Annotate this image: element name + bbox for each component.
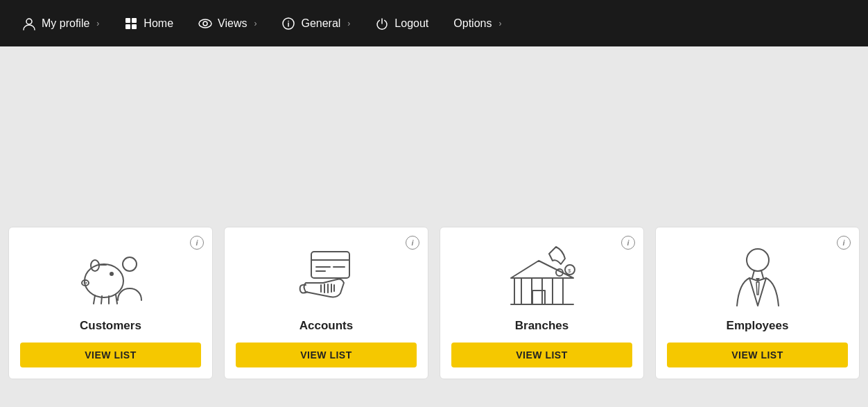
customers-info-icon[interactable]: i — [190, 236, 204, 250]
nav-label-home: Home — [144, 17, 173, 30]
grid-icon — [124, 17, 138, 31]
svg-line-16 — [94, 295, 95, 304]
accounts-card: i — [224, 227, 428, 379]
svg-rect-2 — [132, 18, 137, 23]
svg-marker-47 — [756, 282, 759, 295]
svg-point-10 — [85, 264, 123, 297]
main-content: i — [0, 46, 868, 407]
employees-icon-area — [716, 241, 799, 311]
accounts-view-list-button[interactable]: VIEW LIST — [236, 343, 417, 367]
svg-point-14 — [83, 282, 85, 284]
options-chevron: › — [498, 19, 501, 28]
nav-item-options[interactable]: Options › — [442, 10, 512, 37]
branches-title: Branches — [515, 319, 568, 333]
views-chevron: › — [254, 19, 257, 28]
svg-point-11 — [110, 272, 114, 276]
nav-item-general[interactable]: General › — [270, 10, 361, 37]
branches-icon-area: $ — [501, 241, 584, 311]
accounts-icon-area — [285, 241, 368, 311]
svg-point-9 — [288, 20, 290, 21]
nav-label-options: Options — [453, 17, 492, 30]
svg-rect-38 — [532, 291, 545, 304]
svg-point-21 — [123, 257, 137, 271]
nav-label-logout: Logout — [394, 17, 428, 30]
customers-title: Customers — [80, 319, 141, 333]
navbar: My profile › Home Views › — [0, 0, 868, 46]
svg-marker-37 — [511, 261, 573, 278]
my-profile-chevron: › — [96, 19, 99, 28]
customers-icon-area — [69, 241, 153, 311]
svg-line-45 — [761, 270, 763, 278]
employees-title: Employees — [727, 319, 789, 333]
branches-view-list-button[interactable]: VIEW LIST — [451, 343, 632, 367]
svg-rect-3 — [125, 24, 130, 29]
power-icon — [375, 17, 389, 31]
svg-line-44 — [752, 270, 754, 278]
nav-item-my-profile[interactable]: My profile › — [11, 10, 110, 37]
branches-info-icon[interactable]: i — [621, 236, 635, 250]
accounts-title: Accounts — [300, 319, 353, 333]
nav-item-logout[interactable]: Logout — [364, 10, 440, 37]
customers-card: i — [8, 227, 213, 379]
svg-point-0 — [26, 19, 32, 24]
nav-item-views[interactable]: Views › — [187, 10, 268, 37]
svg-point-43 — [747, 249, 769, 271]
svg-rect-1 — [125, 18, 130, 23]
employees-view-list-button[interactable]: VIEW LIST — [667, 343, 848, 367]
eye-icon — [198, 17, 212, 31]
svg-rect-4 — [132, 24, 137, 29]
svg-line-19 — [116, 295, 117, 304]
customers-view-list-button[interactable]: VIEW LIST — [20, 343, 201, 367]
svg-point-15 — [85, 282, 87, 284]
person-icon — [22, 17, 36, 31]
nav-label-views: Views — [218, 17, 247, 30]
nav-label-general: General — [301, 17, 340, 30]
info-circle-icon — [281, 17, 295, 31]
branches-card: i $ — [440, 227, 644, 379]
svg-line-17 — [101, 296, 102, 304]
nav-item-home[interactable]: Home — [113, 10, 184, 37]
svg-text:$: $ — [568, 268, 571, 274]
svg-point-6 — [203, 21, 207, 26]
cards-row: i — [8, 227, 860, 379]
general-chevron: › — [347, 19, 350, 28]
svg-rect-22 — [311, 252, 349, 278]
employees-info-icon[interactable]: i — [837, 236, 851, 250]
employees-card: i Employees V — [655, 227, 860, 379]
svg-point-5 — [199, 19, 211, 28]
accounts-info-icon[interactable]: i — [406, 236, 419, 250]
nav-label-my-profile: My profile — [42, 17, 89, 30]
